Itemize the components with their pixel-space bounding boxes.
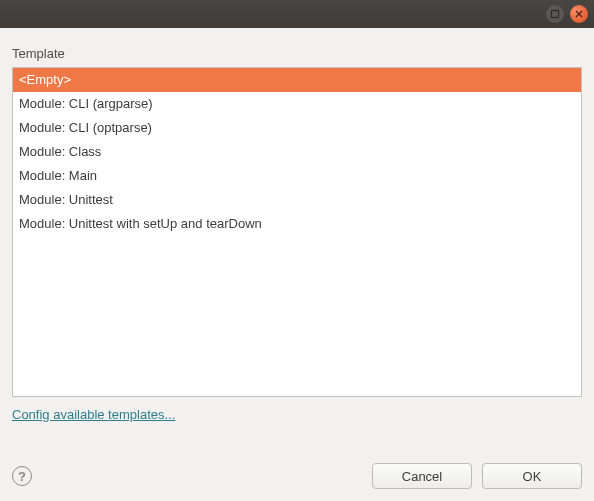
config-templates-link[interactable]: Config available templates... (12, 407, 175, 422)
template-label: Template (12, 46, 582, 61)
help-glyph: ? (18, 469, 26, 484)
template-item[interactable]: Module: Main (13, 164, 581, 188)
template-item[interactable]: Module: Unittest (13, 188, 581, 212)
titlebar (0, 0, 594, 28)
template-item[interactable]: Module: CLI (argparse) (13, 92, 581, 116)
cancel-button[interactable]: Cancel (372, 463, 472, 489)
template-item[interactable]: Module: Class (13, 140, 581, 164)
help-icon[interactable]: ? (12, 466, 32, 486)
template-item[interactable]: <Empty> (13, 68, 581, 92)
button-row: Cancel OK (372, 463, 582, 489)
link-row: Config available templates... (12, 407, 582, 422)
close-button[interactable] (570, 5, 588, 23)
dialog-footer: ? Cancel OK (12, 451, 582, 489)
maximize-button[interactable] (546, 5, 564, 23)
template-listbox[interactable]: <Empty>Module: CLI (argparse)Module: CLI… (12, 67, 582, 397)
ok-button[interactable]: OK (482, 463, 582, 489)
template-item[interactable]: Module: CLI (optparse) (13, 116, 581, 140)
dialog-body: Template <Empty>Module: CLI (argparse)Mo… (0, 28, 594, 501)
svg-rect-0 (552, 11, 559, 18)
template-item[interactable]: Module: Unittest with setUp and tearDown (13, 212, 581, 236)
